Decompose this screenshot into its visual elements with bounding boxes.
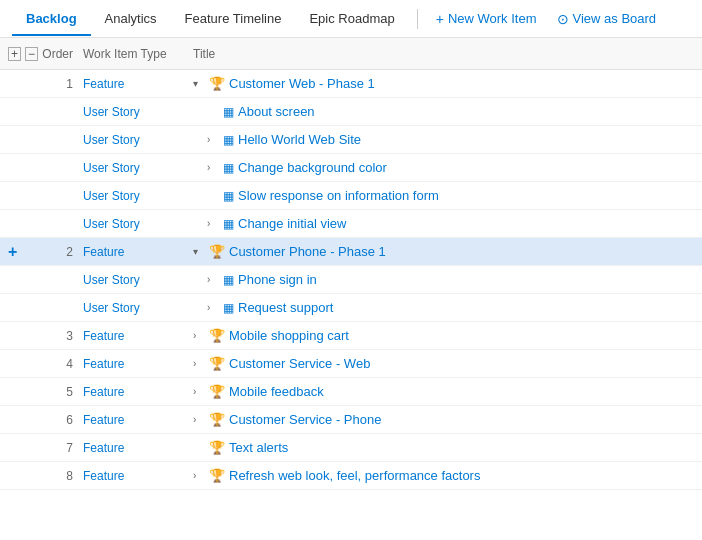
row-work-item-type: User Story	[83, 105, 193, 119]
expand-chevron-icon[interactable]: ▾	[193, 246, 205, 257]
story-icon: ▦	[223, 273, 234, 287]
row-title-cell: ›▦Hello World Web Site	[193, 132, 694, 147]
expand-chevron-icon[interactable]: ›	[193, 330, 205, 341]
row-work-item-type: Feature	[83, 329, 193, 343]
tab-backlog[interactable]: Backlog	[12, 3, 91, 36]
row-work-item-type: Feature	[83, 77, 193, 91]
row-work-item-type: Feature	[83, 245, 193, 259]
tab-epic-roadmap[interactable]: Epic Roadmap	[295, 3, 408, 36]
trophy-icon: 🏆	[209, 328, 225, 343]
trophy-icon: 🏆	[209, 356, 225, 371]
work-item-title-link[interactable]: Customer Service - Web	[229, 356, 370, 371]
plus-icon: +	[436, 11, 444, 27]
row-title-cell: ›▦Change initial view	[193, 216, 694, 231]
work-item-title-link[interactable]: About screen	[238, 104, 315, 119]
new-work-item-label: New Work Item	[448, 11, 537, 26]
story-icon: ▦	[223, 105, 234, 119]
table-body: 1Feature▾🏆Customer Web - Phase 1User Sto…	[0, 70, 702, 490]
row-order: 6	[38, 413, 83, 427]
work-item-title-link[interactable]: Mobile shopping cart	[229, 328, 349, 343]
row-order: 4	[38, 357, 83, 371]
table-row: 1Feature▾🏆Customer Web - Phase 1	[0, 70, 702, 98]
row-add-button[interactable]: +	[8, 243, 38, 261]
row-title-cell: ▦About screen	[193, 104, 694, 119]
row-title-cell: ›🏆Mobile feedback	[193, 384, 694, 399]
row-work-item-type: User Story	[83, 301, 193, 315]
order-column-header: Order	[38, 47, 83, 61]
expand-chevron-icon[interactable]: ›	[193, 358, 205, 369]
row-work-item-type: Feature	[83, 385, 193, 399]
row-title-cell: ›🏆Refresh web look, feel, performance fa…	[193, 468, 694, 483]
trophy-icon: 🏆	[209, 468, 225, 483]
row-title-cell: ▦Slow response on information form	[193, 188, 694, 203]
expand-chevron-icon[interactable]: ›	[207, 274, 219, 285]
row-order: 1	[38, 77, 83, 91]
table-row: 7Feature🏆Text alerts	[0, 434, 702, 462]
work-item-title-link[interactable]: Change background color	[238, 160, 387, 175]
story-icon: ▦	[223, 217, 234, 231]
table-row: User Story›▦Request support	[0, 294, 702, 322]
collapse-all-icon[interactable]: −	[25, 47, 38, 61]
work-item-title-link[interactable]: Customer Phone - Phase 1	[229, 244, 386, 259]
expand-chevron-icon[interactable]: ›	[193, 386, 205, 397]
tab-feature-timeline[interactable]: Feature Timeline	[171, 3, 296, 36]
new-work-item-button[interactable]: + New Work Item	[426, 7, 547, 31]
table-row: User Story›▦Change initial view	[0, 210, 702, 238]
table-row: User Story›▦Change background color	[0, 154, 702, 182]
row-order: 7	[38, 441, 83, 455]
work-item-title-link[interactable]: Customer Web - Phase 1	[229, 76, 375, 91]
row-work-item-type: User Story	[83, 161, 193, 175]
row-work-item-type: User Story	[83, 189, 193, 203]
row-title-cell: 🏆Text alerts	[193, 440, 694, 455]
row-title-cell: ›▦Change background color	[193, 160, 694, 175]
trophy-icon: 🏆	[209, 76, 225, 91]
work-item-title-link[interactable]: Slow response on information form	[238, 188, 439, 203]
work-item-title-link[interactable]: Change initial view	[238, 216, 346, 231]
story-icon: ▦	[223, 301, 234, 315]
view-as-board-button[interactable]: ⊙ View as Board	[547, 7, 667, 31]
work-item-title-link[interactable]: Customer Service - Phone	[229, 412, 381, 427]
work-item-title-link[interactable]: Refresh web look, feel, performance fact…	[229, 468, 480, 483]
board-icon: ⊙	[557, 11, 569, 27]
row-work-item-type: User Story	[83, 217, 193, 231]
table-row: User Story▦About screen	[0, 98, 702, 126]
expand-chevron-icon[interactable]: ›	[207, 302, 219, 313]
expand-collapse-controls: + −	[8, 47, 38, 61]
expand-chevron-icon[interactable]: ›	[207, 134, 219, 145]
work-item-title-link[interactable]: Request support	[238, 300, 333, 315]
row-work-item-type: Feature	[83, 469, 193, 483]
expand-chevron-icon[interactable]: ▾	[193, 78, 205, 89]
tab-analytics[interactable]: Analytics	[91, 3, 171, 36]
story-icon: ▦	[223, 161, 234, 175]
top-nav: Backlog Analytics Feature Timeline Epic …	[0, 0, 702, 38]
expand-all-icon[interactable]: +	[8, 47, 21, 61]
table-row: 6Feature›🏆Customer Service - Phone	[0, 406, 702, 434]
table-row: 3Feature›🏆Mobile shopping cart	[0, 322, 702, 350]
row-order: 8	[38, 469, 83, 483]
trophy-icon: 🏆	[209, 440, 225, 455]
trophy-icon: 🏆	[209, 244, 225, 259]
expand-chevron-icon[interactable]: ›	[207, 162, 219, 173]
trophy-icon: 🏆	[209, 384, 225, 399]
title-column-header: Title	[193, 47, 694, 61]
row-work-item-type: Feature	[83, 413, 193, 427]
expand-chevron-icon[interactable]: ›	[193, 470, 205, 481]
work-item-title-link[interactable]: Phone sign in	[238, 272, 317, 287]
row-work-item-type: User Story	[83, 273, 193, 287]
table-row: 4Feature›🏆Customer Service - Web	[0, 350, 702, 378]
row-order: 5	[38, 385, 83, 399]
table-row: User Story▦Slow response on information …	[0, 182, 702, 210]
work-item-title-link[interactable]: Hello World Web Site	[238, 132, 361, 147]
add-child-icon[interactable]: +	[8, 243, 17, 261]
expand-chevron-icon[interactable]: ›	[193, 414, 205, 425]
trophy-icon: 🏆	[209, 412, 225, 427]
work-item-title-link[interactable]: Mobile feedback	[229, 384, 324, 399]
table-row: User Story›▦Hello World Web Site	[0, 126, 702, 154]
work-item-title-link[interactable]: Text alerts	[229, 440, 288, 455]
row-title-cell: ›▦Phone sign in	[193, 272, 694, 287]
row-title-cell: ›▦Request support	[193, 300, 694, 315]
type-column-header: Work Item Type	[83, 47, 193, 61]
table-header: + − Order Work Item Type Title	[0, 38, 702, 70]
row-work-item-type: Feature	[83, 357, 193, 371]
expand-chevron-icon[interactable]: ›	[207, 218, 219, 229]
